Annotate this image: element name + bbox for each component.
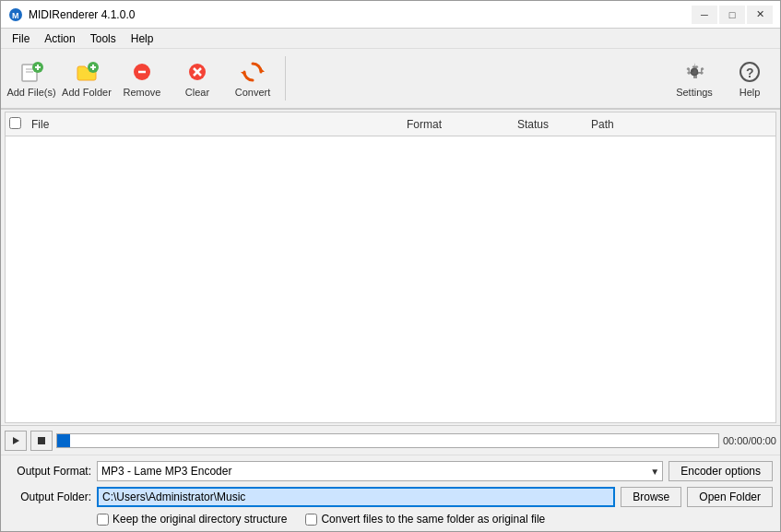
header-file: File [28,118,407,131]
folder-input[interactable] [97,487,615,507]
menu-file[interactable]: File [5,30,37,47]
progress-track [56,433,719,448]
select-all-checkbox[interactable] [9,117,21,129]
remove-button[interactable]: Remove [115,53,169,104]
help-button[interactable]: ? Help [723,53,776,104]
add-folder-icon [74,59,100,85]
play-button[interactable] [5,431,27,451]
svg-rect-23 [38,437,45,444]
play-icon [11,436,20,445]
svg-text:?: ? [746,65,754,80]
remove-icon [129,59,155,85]
menu-tools[interactable]: Tools [83,30,124,47]
clear-label: Clear [185,87,209,98]
minimize-button[interactable]: ─ [692,6,717,24]
stop-icon [37,436,46,445]
keep-dir-text: Keep the original directory structure [112,513,287,526]
help-icon: ? [737,59,763,85]
encoder-options-button[interactable]: Encoder options [669,461,773,481]
svg-marker-17 [241,72,245,77]
convert-same-text: Convert files to the same folder as orig… [321,513,545,526]
main-window: M MIDIRenderer 4.1.0.0 ─ □ ✕ File Action… [0,0,781,532]
menu-action[interactable]: Action [37,30,82,47]
toolbar: Add File(s) Add Folder Remove [1,49,780,110]
toolbar-right: Settings ? Help [668,53,776,104]
convert-same-checkbox[interactable] [305,514,317,526]
open-folder-button[interactable]: Open Folder [687,487,773,507]
convert-button[interactable]: Convert [226,53,279,104]
clear-button[interactable]: Clear [171,53,224,104]
app-icon: M [8,7,23,22]
format-select[interactable]: MP3 - Lame MP3 Encoder WAV OGG FLAC AAC [97,461,663,481]
convert-icon [240,59,266,85]
title-bar-controls: ─ □ ✕ [692,6,773,24]
header-check[interactable] [6,117,28,132]
window-title: MIDIRenderer 4.1.0.0 [29,8,135,21]
add-folder-label: Add Folder [62,87,112,98]
add-files-button[interactable]: Add File(s) [5,53,58,104]
settings-icon [681,59,707,85]
help-label: Help [740,87,761,98]
stop-button[interactable] [30,431,53,451]
remove-label: Remove [124,87,161,98]
svg-text:M: M [12,11,19,20]
output-format-label: Output Format: [8,465,91,478]
file-list-header: File Format Status Path [6,112,775,136]
file-list-body[interactable] [6,136,775,422]
keep-dir-checkbox[interactable] [97,514,109,526]
settings-button[interactable]: Settings [668,53,721,104]
progress-time: 00:00/00:00 [723,435,776,446]
output-format-row: Output Format: MP3 - Lame MP3 Encoder WA… [8,461,773,481]
close-button[interactable]: ✕ [747,6,773,24]
svg-marker-16 [260,67,265,72]
progress-bar-area: 00:00/00:00 [1,425,780,455]
progress-fill [57,434,70,447]
clear-icon [184,59,210,85]
header-format: Format [407,118,517,131]
header-path: Path [591,118,775,131]
keep-dir-label[interactable]: Keep the original directory structure [97,513,287,526]
svg-marker-22 [13,437,19,444]
add-files-icon [18,59,44,85]
toolbar-separator [285,56,286,100]
menu-bar: File Action Tools Help [1,29,780,49]
add-files-label: Add File(s) [6,87,55,98]
output-folder-row: Output Folder: Browse Open Folder [8,487,773,507]
format-select-wrapper: MP3 - Lame MP3 Encoder WAV OGG FLAC AAC … [97,461,663,481]
browse-button[interactable]: Browse [621,487,681,507]
menu-help[interactable]: Help [124,30,161,47]
convert-label: Convert [235,87,271,98]
file-list-container: File Format Status Path [5,112,776,423]
add-folder-button[interactable]: Add Folder [60,53,113,104]
bottom-controls: Output Format: MP3 - Lame MP3 Encoder WA… [1,455,780,531]
output-folder-label: Output Folder: [8,491,91,503]
title-bar: M MIDIRenderer 4.1.0.0 ─ □ ✕ [1,1,780,29]
maximize-button[interactable]: □ [719,6,745,24]
header-status: Status [517,118,591,131]
title-bar-left: M MIDIRenderer 4.1.0.0 [8,7,135,22]
checkboxes-row: Keep the original directory structure Co… [8,513,773,526]
settings-label: Settings [676,87,713,98]
convert-same-label[interactable]: Convert files to the same folder as orig… [305,513,545,526]
